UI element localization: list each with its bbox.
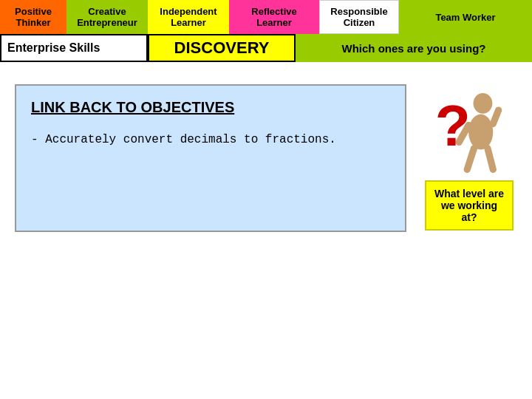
right-panel: ? What level are we working at? [421,84,517,232]
responsible-citizen-tab[interactable]: Responsible Citizen [319,0,399,34]
svg-text:?: ? [435,93,471,158]
what-level-label: What level are we working at? [425,180,514,231]
discovery-label: DISCOVERY [148,34,296,62]
objectives-item-1: - Accurately convert decimals to fractio… [31,131,390,149]
which-ones-label: Which ones are you using? [296,34,532,62]
objectives-box: LINK BACK TO OBJECTIVES - Accurately con… [15,84,406,232]
question-figure: ? [429,84,510,173]
creative-entrepreneur-tab[interactable]: Creative Entrepreneur [66,0,148,34]
svg-point-1 [468,115,493,150]
independent-learner-tab[interactable]: Independent Learner [148,0,229,34]
positive-thinker-tab[interactable]: Positive Thinker [0,0,66,34]
reflective-learner-tab[interactable]: Reflective Learner [229,0,319,34]
svg-point-0 [474,93,493,114]
team-worker-tab[interactable]: Team Worker [399,0,532,34]
objectives-title: LINK BACK TO OBJECTIVES [31,99,390,116]
enterprise-skills-label: Enterprise Skills [0,34,148,62]
svg-line-5 [488,149,493,170]
svg-line-3 [493,110,498,123]
